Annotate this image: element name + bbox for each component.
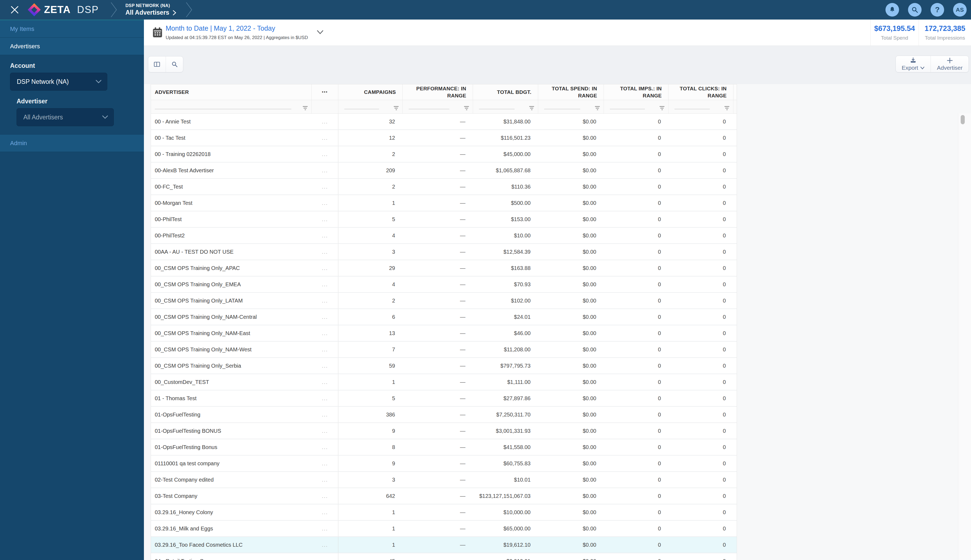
row-actions-ellipsis[interactable]: ... [312,212,338,227]
row-actions-ellipsis[interactable]: ... [312,260,338,276]
row-actions-ellipsis[interactable]: ... [312,114,338,129]
table-row[interactable]: 00 - Tac Test...12—$116,501.23$0.0000 [151,130,737,146]
row-actions-ellipsis[interactable]: ... [312,455,338,471]
filter-input-campaigns[interactable] [344,109,379,109]
advertiser-cell[interactable]: 01-OpsFuelTesting BONUS [151,423,312,439]
table-row[interactable]: 03-Test Company...642—$123,127,151,067.0… [151,488,737,504]
account-select[interactable]: DSP Network (NA) [10,73,107,91]
row-actions-ellipsis[interactable]: ... [312,553,338,560]
table-row[interactable]: 00_CustomDev_TEST...1—$1,111.00$0.0000 [151,374,737,390]
advertiser-cell[interactable]: 00_CSM OPS Training Only_LATAM [151,293,312,308]
advertiser-cell[interactable]: 00_CSM OPS Training Only_NAM-Central [151,309,312,325]
table-row[interactable]: 01-OpsFuelTesting BONUS...9—$3,001,331.9… [151,423,737,439]
table-row[interactable]: 01 - Thomas Test...5—$27,897.86$0.0000 [151,390,737,407]
filter-icon[interactable] [394,106,399,110]
filter-input-total_clicks[interactable] [675,109,710,109]
advertiser-cell[interactable]: 00 - Annie Test [151,114,312,129]
table-row[interactable]: 01-OpsFuelTesting Bonus...8—$41,558.00$0… [151,439,737,455]
table-search-button[interactable] [165,57,183,72]
advertiser-cell[interactable]: 00_CSM OPS Training Only_Serbia [151,358,312,373]
advertiser-cell[interactable]: 01-OpsFuelTesting Bonus [151,439,312,455]
row-actions-ellipsis[interactable]: ... [312,439,338,455]
advertiser-cell[interactable]: 00-FC_Test [151,179,312,195]
column-header-campaigns[interactable]: CAMPAIGNS [338,84,403,100]
filter-cell-total_imps[interactable] [604,100,669,113]
row-actions-ellipsis[interactable]: ... [312,293,338,308]
table-row[interactable]: 01-OpsFuelTesting...386—$7,250,311.70$0.… [151,407,737,423]
table-row[interactable]: 00 - Annie Test...32—$31,848.00$0.0000 [151,114,737,130]
filter-cell-total_clicks[interactable] [669,100,734,113]
advertiser-select[interactable]: All Advertisers [17,108,114,126]
column-header-total_spend[interactable]: TOTAL SPEND: IN RANGE [538,84,604,100]
filter-input-total_imps[interactable] [610,109,645,109]
filter-icon[interactable] [529,106,534,110]
advertiser-cell[interactable]: 00AA - AU - TEST DO NOT USE [151,244,312,260]
row-actions-ellipsis[interactable]: ... [312,472,338,488]
table-row[interactable]: 00_CSM OPS Training Only_NAM-Central...6… [151,309,737,325]
columns-menu-button[interactable]: ••• [312,84,338,100]
row-actions-ellipsis[interactable]: ... [312,228,338,243]
table-row[interactable]: 00_CSM OPS Training Only_NAM-West...7—$1… [151,342,737,358]
table-row[interactable]: 00-Morgan Test...1—$500.00$0.0000 [151,195,737,212]
filter-icon[interactable] [724,106,729,110]
filter-cell-performance[interactable] [403,100,473,113]
advertiser-cell[interactable]: 00_CSM OPS Training Only_NAM-East [151,325,312,341]
table-row[interactable]: 00-PhilTest...5—$153.00$0.0000 [151,212,737,228]
filter-icon[interactable] [660,106,664,110]
advertiser-cell[interactable]: 03.29.16_Too Faced Cosmetics LLC [151,537,312,553]
table-row[interactable]: 03.29.16_Milk and Eggs...1—$65,000.00$0.… [151,521,737,537]
chevron-down-icon[interactable] [317,30,324,35]
filter-cell-advertiser[interactable] [151,100,312,113]
advertiser-cell[interactable]: 00_CSM OPS Training Only_NAM-West [151,342,312,357]
filter-icon[interactable] [595,106,600,110]
table-row[interactable]: 03.29.16_Honey Colony...1—$10,000.00$0.0… [151,504,737,521]
table-row[interactable]: 01110001 qa test company...9—$60,755.83$… [151,455,737,472]
row-actions-ellipsis[interactable]: ... [312,195,338,211]
sidebar-item-advertisers[interactable]: Advertisers [0,38,144,55]
table-row[interactable]: 00_CSM OPS Training Only_NAM-East...13—$… [151,325,737,342]
advertiser-cell[interactable]: 00 - Tac Test [151,130,312,146]
row-actions-ellipsis[interactable]: ... [312,537,338,553]
table-row[interactable]: 00_CSM OPS Training Only_Serbia...59—$79… [151,358,737,374]
zeta-logo-icon[interactable] [27,3,41,17]
add-advertiser-button[interactable]: Advertiser [931,56,969,72]
table-row[interactable]: 00AA - AU - TEST DO NOT USE...3—$12,584.… [151,244,737,260]
row-actions-ellipsis[interactable]: ... [312,146,338,162]
advertiser-cell[interactable]: 02-Test Company edited [151,472,312,488]
row-actions-ellipsis[interactable]: ... [312,277,338,292]
row-actions-ellipsis[interactable]: ... [312,423,338,439]
column-header-total_imps[interactable]: TOTAL IMPS.: IN RANGE [604,84,669,100]
advertiser-cell[interactable]: 04 - Retail Testing Co [151,553,312,560]
advertiser-cell[interactable]: 03.29.16_Honey Colony [151,504,312,520]
scrollbar-thumb[interactable] [961,115,965,124]
filter-cell-campaigns[interactable] [338,100,403,113]
filter-input-total_budget[interactable] [479,109,515,109]
row-actions-ellipsis[interactable]: ... [312,488,338,504]
row-actions-ellipsis[interactable]: ... [312,390,338,406]
sidebar-item-my-items[interactable]: My Items [0,20,144,38]
advertiser-cell[interactable]: 00-Morgan Test [151,195,312,211]
row-actions-ellipsis[interactable]: ... [312,163,338,178]
table-row[interactable]: 04 - Retail Testing Co...45—$9,919.91$0.… [151,553,737,560]
row-actions-ellipsis[interactable]: ... [312,244,338,260]
table-row[interactable]: 00 - Training 02262018...2—$45,000.00$0.… [151,146,737,163]
date-range-picker[interactable]: Month to Date | May 1, 2022 - Today Upda… [165,24,308,40]
table-row[interactable]: 00-AlexB Test Advertiser...209—$1,065,88… [151,163,737,179]
chevron-right-icon[interactable] [172,10,176,15]
help-button[interactable]: ? [931,3,944,17]
row-actions-ellipsis[interactable]: ... [312,130,338,146]
table-row[interactable]: 00_CSM OPS Training Only_EMEA...4—$70.93… [151,277,737,293]
advertiser-cell[interactable]: 00-PhilTest [151,212,312,227]
column-header-total_budget[interactable]: TOTAL BDGT. [473,84,538,100]
row-actions-ellipsis[interactable]: ... [312,504,338,520]
advertiser-cell[interactable]: 00_CustomDev_TEST [151,374,312,390]
export-button[interactable]: Export [896,56,931,72]
column-header-performance[interactable]: PERFORMANCE: IN RANGE [403,84,473,100]
filter-input-performance[interactable] [409,109,450,109]
columns-button[interactable] [148,57,165,72]
close-icon[interactable] [10,5,19,14]
row-actions-ellipsis[interactable]: ... [312,358,338,373]
table-row[interactable]: 00_CSM OPS Training Only_LATAM...2—$102.… [151,293,737,309]
table-row[interactable]: 00-PhilTest2...4—$10.00$0.0000 [151,228,737,244]
row-actions-ellipsis[interactable]: ... [312,407,338,422]
